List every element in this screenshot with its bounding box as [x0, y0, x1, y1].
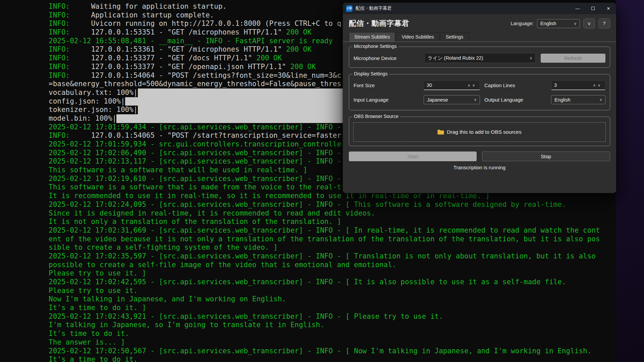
- subtitle-app-window: C字 配信・動画字幕君 — ✕ 配信・動画字幕君 Language: Engli…: [343, 3, 616, 193]
- ui-language-value: English: [540, 21, 556, 26]
- desktop-background: INFO: Waiting for application startup.IN…: [0, 0, 644, 362]
- microphone-device-label: Microphone Device: [354, 55, 419, 61]
- terminal-log-line: Now I'm talking in Japanese, and I'm wor…: [49, 295, 616, 304]
- window-titlebar[interactable]: C字 配信・動画字幕君 — ✕: [343, 3, 616, 14]
- terminal-log-line: It's a time to do it.: [49, 355, 616, 362]
- output-language-select[interactable]: English ∨: [551, 95, 605, 104]
- progress-bar-fill: [138, 106, 362, 114]
- terminal-log-line: possible to create a self-file image of …: [49, 261, 616, 269]
- display-settings-legend: Display Settings: [352, 71, 389, 76]
- stop-button[interactable]: Stop: [482, 152, 610, 161]
- terminal-log-line: It's time to do it.: [49, 329, 616, 338]
- input-language-value: Japanese: [427, 97, 448, 103]
- tab-video-subtitles[interactable]: Video Subtitles: [396, 32, 439, 42]
- caption-lines-stepper[interactable]: 3 ∧∨: [551, 80, 605, 90]
- ui-language-select[interactable]: English ∨: [537, 19, 580, 28]
- stepper-up-down-icons[interactable]: ∧∨: [593, 83, 602, 87]
- dialog-header: 配信・動画字幕君 Language: English ∨ v ?: [343, 14, 616, 30]
- obs-drag-text: Drag this to add to OBS sources: [447, 129, 521, 135]
- microphone-device-select[interactable]: ライン (Roland Rubix 22) ∨: [424, 53, 536, 63]
- terminal-log-line: 2025-02-12 17:02:31,669 - [src.api.servi…: [49, 226, 616, 235]
- app-heading: 配信・動画字幕君: [349, 18, 409, 28]
- obs-drag-source[interactable]: Drag this to add to OBS sources: [353, 122, 606, 142]
- status-text: Transcription is running: [349, 165, 610, 170]
- tab-settings[interactable]: Settings: [440, 32, 469, 42]
- stepper-up-down-icons[interactable]: ∧∨: [468, 83, 477, 87]
- refresh-button[interactable]: Refresh: [541, 54, 605, 63]
- help-button[interactable]: ?: [598, 18, 610, 28]
- progress-bar-fill: [138, 88, 362, 97]
- terminal-log-line: 2025-02-12 17:02:35,597 - [src.api.servi…: [49, 252, 616, 261]
- progress-bar-fill: [125, 97, 362, 106]
- microphone-device-value: ライン (Roland Rubix 22): [428, 55, 483, 61]
- app-icon: C字: [346, 5, 353, 12]
- input-language-label: Input Language: [354, 97, 419, 103]
- chevron-down-icon: ∨: [574, 21, 577, 26]
- terminal-log-line: 2025-02-12 17:02:43,921 - [src.api.servi…: [49, 312, 616, 321]
- font-size-label: Font Size: [354, 82, 419, 88]
- tab-stream-subtitles[interactable]: Stream Subtitles: [349, 32, 395, 42]
- window-title: 配信・動画字幕君: [356, 5, 392, 11]
- display-settings-group: Display Settings Font Size 30 ∧∨ Caption…: [349, 74, 610, 110]
- close-button[interactable]: ✕: [601, 3, 616, 14]
- output-language-label: Output Language: [484, 97, 547, 103]
- version-button[interactable]: v: [583, 18, 595, 28]
- caption-lines-value: 3: [554, 82, 593, 88]
- terminal-log-line: ent of the video because it is not only …: [49, 235, 616, 244]
- input-language-select[interactable]: Japanese ∨: [424, 95, 480, 104]
- font-size-value: 30: [427, 82, 468, 88]
- terminal-log-line: 2025-02-12 17:02:42,595 - [src.api.servi…: [49, 278, 616, 287]
- maximize-icon: [591, 7, 595, 10]
- window-controls: — ✕: [570, 3, 616, 14]
- start-button[interactable]: Start: [349, 152, 477, 161]
- minimize-button[interactable]: —: [570, 3, 585, 14]
- output-language-value: English: [554, 97, 571, 103]
- terminal-log-line: It's a time to do it. ]: [49, 304, 616, 312]
- terminal-log-line: Please try to use it. ]: [49, 269, 616, 278]
- terminal-log-line: sible to create a self-fighting system o…: [49, 243, 616, 252]
- chevron-down-icon: ∨: [599, 98, 602, 102]
- tab-bar: Stream SubtitlesVideo SubtitlesSettings: [343, 32, 616, 42]
- folder-icon: [437, 129, 444, 135]
- terminal-log-line: 2025-02-12 17:02:24,095 - [src.api.servi…: [49, 200, 616, 209]
- microphone-settings-group: Microphone Settings Microphone Device ライ…: [349, 47, 610, 68]
- progress-bar-fill: [116, 114, 362, 123]
- language-label: Language:: [511, 21, 534, 26]
- chevron-down-icon: ∨: [530, 56, 532, 60]
- maximize-button[interactable]: [585, 3, 601, 14]
- obs-browser-source-group: OBS Browser Source Drag this to add to O…: [349, 117, 610, 146]
- terminal-log-line: I'm talking in Japanese, so I'm going to…: [49, 321, 616, 329]
- terminal-log-line: 2025-02-12 17:02:50,567 - [src.api.servi…: [49, 347, 616, 356]
- terminal-log-line: The answer is... ]: [49, 338, 616, 347]
- terminal-log-line: Please try to use it.: [49, 287, 616, 295]
- tab-content: Microphone Settings Microphone Device ライ…: [343, 42, 616, 193]
- caption-lines-label: Caption Lines: [484, 82, 547, 88]
- font-size-stepper[interactable]: 30 ∧∨: [424, 80, 480, 90]
- microphone-settings-legend: Microphone Settings: [352, 44, 398, 49]
- obs-browser-source-legend: OBS Browser Source: [352, 114, 400, 119]
- terminal-log-line: It is not only a translation of the tran…: [49, 218, 616, 226]
- terminal-log-line: Since it is designed in real-time, it is…: [49, 209, 616, 218]
- chevron-down-icon: ∨: [474, 98, 477, 102]
